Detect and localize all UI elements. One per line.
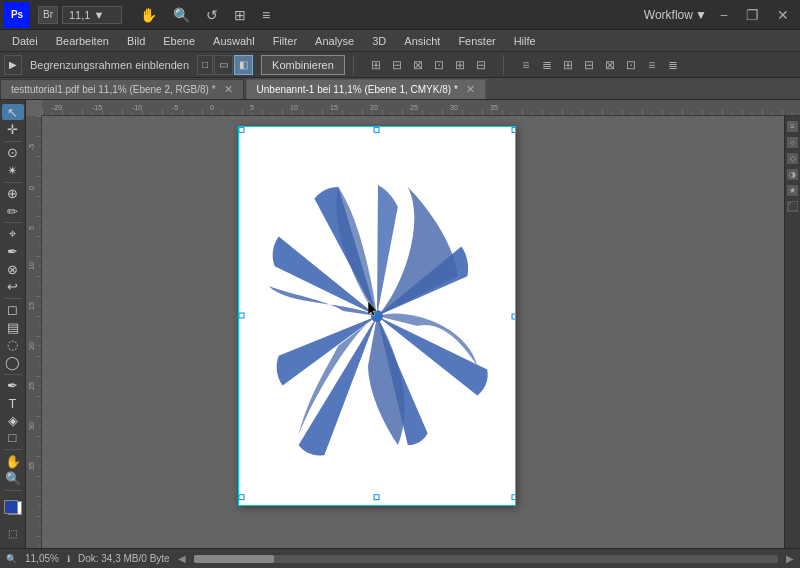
dist-4-icon[interactable]: ⊟ bbox=[579, 55, 599, 75]
options-bar: ▶ Begrenzungsrahmen einblenden □ ▭ ◧ Kom… bbox=[0, 52, 800, 78]
scroll-right-btn[interactable]: ▶ bbox=[786, 553, 794, 564]
dodge-tool[interactable]: ◯ bbox=[2, 354, 24, 370]
ruler-v: -5 0 5 10 15 20 25 30 35 bbox=[26, 116, 42, 548]
dist-6-icon[interactable]: ⊡ bbox=[621, 55, 641, 75]
eyedropper-tool[interactable]: ✏ bbox=[2, 203, 24, 219]
begrenzung-label: Begrenzungsrahmen einblenden bbox=[30, 59, 189, 71]
svg-text:-20: -20 bbox=[52, 104, 62, 111]
svg-text:5: 5 bbox=[28, 226, 35, 230]
rp-adjust-btn[interactable]: ◑ bbox=[786, 168, 799, 181]
rp-style-btn[interactable]: ★ bbox=[786, 184, 799, 197]
doc-size-label: Dok: 34,3 MB/0 Byte bbox=[78, 553, 170, 564]
svg-text:5: 5 bbox=[250, 104, 254, 111]
align-center-icon[interactable]: ⊟ bbox=[387, 55, 407, 75]
text-tool[interactable]: T bbox=[2, 395, 24, 411]
eraser-tool[interactable]: ◻ bbox=[2, 302, 24, 318]
shape-tool[interactable]: □ bbox=[2, 430, 24, 446]
dist-8-icon[interactable]: ≣ bbox=[663, 55, 683, 75]
kombinieren-btn[interactable]: Kombinieren bbox=[261, 55, 345, 75]
svg-text:-15: -15 bbox=[92, 104, 102, 111]
menu-analyse[interactable]: Analyse bbox=[307, 33, 362, 49]
menu-hilfe[interactable]: Hilfe bbox=[506, 33, 544, 49]
brush-tool[interactable]: ✒ bbox=[2, 244, 24, 260]
menu-bild[interactable]: Bild bbox=[119, 33, 153, 49]
dist-5-icon[interactable]: ⊠ bbox=[600, 55, 620, 75]
menu-ebene[interactable]: Ebene bbox=[155, 33, 203, 49]
path-select-tool[interactable]: ◈ bbox=[2, 412, 24, 428]
svg-text:35: 35 bbox=[28, 462, 35, 470]
dist-3-icon[interactable]: ⊞ bbox=[558, 55, 578, 75]
svg-text:20: 20 bbox=[28, 342, 35, 350]
scroll-left-btn[interactable]: ◀ bbox=[178, 553, 186, 564]
minimize-btn[interactable]: − bbox=[715, 7, 733, 23]
menu-ansicht[interactable]: Ansicht bbox=[396, 33, 448, 49]
zoom-tool[interactable]: 🔍 bbox=[2, 470, 24, 486]
close-btn[interactable]: ✕ bbox=[772, 7, 794, 23]
align-vcenter-icon[interactable]: ⊞ bbox=[450, 55, 470, 75]
toolbox: ↖ ✛ ⊙ ✴ ⊕ ✏ ⌖ ✒ ⊗ ↩ ◻ ▤ ◌ ◯ ✒ T ◈ □ ✋ 🔍 … bbox=[0, 100, 26, 548]
align-right-icon[interactable]: ⊠ bbox=[408, 55, 428, 75]
arrow-tool-opt[interactable]: ▶ bbox=[4, 55, 22, 75]
content-row: -5 0 5 10 15 20 25 30 35 bbox=[26, 116, 800, 548]
tab-1-close[interactable]: ✕ bbox=[224, 83, 233, 96]
opt-separator-2 bbox=[503, 55, 504, 75]
ruler-h-inner: -20 -15 -10 -5 0 5 10 15 20 25 30 35 bbox=[42, 100, 800, 115]
rp-paths-btn[interactable]: ◇ bbox=[786, 152, 799, 165]
view-btn[interactable]: ⊞ bbox=[228, 5, 252, 25]
title-bar-left: Ps Br 11,1 ▼ ✋ 🔍 ↺ ⊞ ≡ bbox=[0, 2, 276, 28]
menu-filter[interactable]: Filter bbox=[265, 33, 305, 49]
workspace: ↖ ✛ ⊙ ✴ ⊕ ✏ ⌖ ✒ ⊗ ↩ ◻ ▤ ◌ ◯ ✒ T ◈ □ ✋ 🔍 … bbox=[0, 100, 800, 548]
dist-7-icon[interactable]: ≡ bbox=[642, 55, 662, 75]
dist-1-icon[interactable]: ≡ bbox=[516, 55, 536, 75]
heal-tool[interactable]: ⌖ bbox=[2, 226, 24, 242]
gradient-tool[interactable]: ▤ bbox=[2, 319, 24, 335]
blur-tool[interactable]: ◌ bbox=[2, 337, 24, 353]
rect-shape-btn[interactable]: □ bbox=[197, 55, 213, 75]
hand-tool-btn[interactable]: ✋ bbox=[134, 5, 163, 25]
extra-btn[interactable]: ≡ bbox=[256, 5, 276, 25]
restore-btn[interactable]: ❐ bbox=[741, 7, 764, 23]
quickmask-tool[interactable]: ⬚ bbox=[2, 522, 24, 544]
rotate-tool-btn[interactable]: ↺ bbox=[200, 5, 224, 25]
canvas-scroll[interactable] bbox=[42, 116, 784, 548]
hand-tool[interactable]: ✋ bbox=[2, 453, 24, 469]
fg-color-swatch[interactable] bbox=[4, 500, 18, 514]
zoom-tool-btn[interactable]: 🔍 bbox=[167, 5, 196, 25]
lasso-tool[interactable]: ⊙ bbox=[2, 145, 24, 161]
mode-btn-br[interactable]: Br bbox=[38, 6, 58, 24]
history-brush-tool[interactable]: ↩ bbox=[2, 278, 24, 294]
align-left-icon[interactable]: ⊞ bbox=[366, 55, 386, 75]
tool-sep-1 bbox=[4, 141, 22, 142]
workflow-btn[interactable]: Workflow ▼ bbox=[644, 8, 707, 22]
crop-tool[interactable]: ⊕ bbox=[2, 185, 24, 201]
scroll-bar[interactable] bbox=[194, 555, 778, 563]
menu-datei[interactable]: Datei bbox=[4, 33, 46, 49]
dist-2-icon[interactable]: ≣ bbox=[537, 55, 557, 75]
menu-fenster[interactable]: Fenster bbox=[450, 33, 503, 49]
title-bar: Ps Br 11,1 ▼ ✋ 🔍 ↺ ⊞ ≡ Workflow ▼ − ❐ ✕ bbox=[0, 0, 800, 30]
rp-layers-btn[interactable]: ≡ bbox=[786, 120, 799, 133]
scroll-thumb[interactable] bbox=[194, 555, 274, 563]
menu-auswahl[interactable]: Auswahl bbox=[205, 33, 263, 49]
rounded-shape-btn[interactable]: ▭ bbox=[214, 55, 233, 75]
tab-1[interactable]: testtutorial1.pdf bei 11,1% (Ebene 2, RG… bbox=[0, 79, 244, 99]
zoom-display[interactable]: 11,1 ▼ bbox=[62, 6, 122, 24]
menu-3d[interactable]: 3D bbox=[364, 33, 394, 49]
svg-text:15: 15 bbox=[330, 104, 338, 111]
magic-wand-tool[interactable]: ✴ bbox=[2, 162, 24, 178]
rp-mask-btn[interactable]: ⬛ bbox=[786, 200, 799, 213]
path-shape-btn[interactable]: ◧ bbox=[234, 55, 253, 75]
svg-text:30: 30 bbox=[450, 104, 458, 111]
canvas bbox=[238, 126, 516, 506]
zoom-status-value: 11,05% bbox=[25, 553, 59, 564]
tab-2-close[interactable]: ✕ bbox=[466, 83, 475, 96]
rp-channels-btn[interactable]: ○ bbox=[786, 136, 799, 149]
select-tool[interactable]: ↖ bbox=[2, 104, 24, 120]
tab-2[interactable]: Unbenannt-1 bei 11,1% (Ebene 1, CMYK/8) … bbox=[246, 79, 486, 99]
clone-tool[interactable]: ⊗ bbox=[2, 261, 24, 277]
menu-bearbeiten[interactable]: Bearbeiten bbox=[48, 33, 117, 49]
align-top-icon[interactable]: ⊡ bbox=[429, 55, 449, 75]
move-tool[interactable]: ✛ bbox=[2, 121, 24, 137]
pen-tool[interactable]: ✒ bbox=[2, 377, 24, 393]
align-bottom-icon[interactable]: ⊟ bbox=[471, 55, 491, 75]
